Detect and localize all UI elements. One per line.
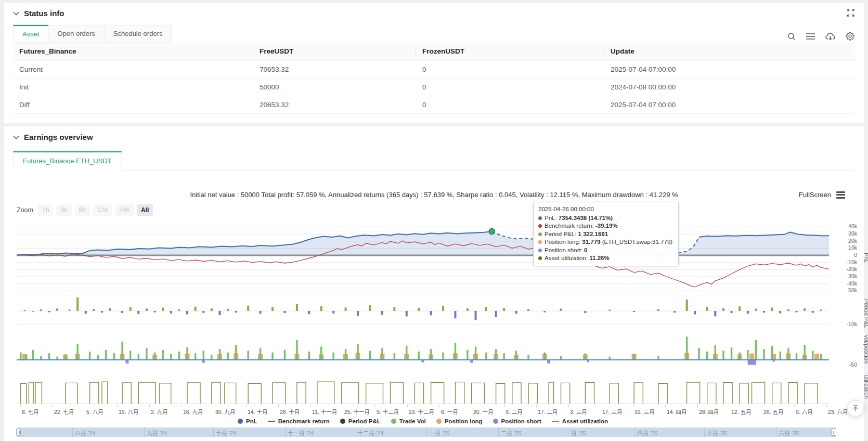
- y-axis-label: -10k: [831, 321, 857, 327]
- y-axis-label: 0: [831, 252, 857, 258]
- x-axis-label: 16. 九月: [183, 408, 203, 416]
- y-axis-label: -20k: [831, 266, 857, 272]
- tooltip-row: PnL: 7354.3438 (14.71%): [538, 214, 673, 223]
- asset-table: Futures_Binance FreeUSDT FrozenUSDT Upda…: [13, 43, 855, 114]
- x-axis-label: 20. 一月: [473, 408, 494, 416]
- panel-period-pnl: [17, 297, 829, 331]
- fullscreen-expand-icon[interactable]: [847, 9, 854, 19]
- init-update: 2024-07-08 00:00:00: [604, 78, 855, 96]
- navigator-label: 一月 '25: [429, 429, 449, 437]
- panel-utilization: [17, 369, 829, 407]
- current-update: 2025-07-04 07:00:00: [604, 60, 855, 78]
- x-axis-label: 25. 十一月: [344, 408, 370, 416]
- chart-legend: PnLBenchmark returnPeriod P&LTrade VolPo…: [17, 418, 829, 424]
- col-futures-binance: Futures_Binance: [13, 43, 253, 60]
- chart-context-menu-icon[interactable]: [836, 191, 845, 199]
- y-axis-label: 30k: [831, 230, 857, 237]
- x-axis-label: 3. 三月: [570, 408, 587, 416]
- zoom-controls: Zoom 1h3h8h12h24hAll: [17, 204, 156, 216]
- back-to-top-button[interactable]: [847, 400, 864, 417]
- tooltip-timestamp: 2025-04-26 00:00:00: [538, 205, 673, 214]
- y-axis-label: -30k: [831, 273, 857, 279]
- chart-stats-line: Initial net value : 50000 Total profit: …: [4, 191, 864, 199]
- legend-item-trade-vol[interactable]: Trade Vol: [391, 418, 426, 424]
- zoom-option-8h[interactable]: 8h: [75, 204, 90, 216]
- table-header-row: Futures_Binance FreeUSDT FrozenUSDT Upda…: [13, 43, 855, 60]
- x-axis-label: 11. 十一月: [312, 408, 337, 416]
- x-axis-label: 17. 二月: [538, 408, 558, 416]
- navigator-label: 五月 '25: [707, 429, 727, 437]
- x-axis-label: 5. 八月: [86, 408, 103, 416]
- tooltip-row: Position short: 0: [538, 247, 673, 255]
- tooltip-row: Asset utilization: 11.26%: [538, 254, 673, 263]
- x-axis-label: 3. 二月: [506, 408, 523, 416]
- settings-gear-icon[interactable]: [846, 32, 854, 41]
- diff-frozen: 0: [416, 96, 604, 113]
- axis-title-vol-position: vol/position: [863, 335, 868, 364]
- col-frozen-usdt: FrozenUSDT: [416, 43, 604, 60]
- earnings-overview-title: Earnings overview: [24, 133, 93, 141]
- legend-item-pnl[interactable]: PnL: [238, 418, 257, 424]
- x-axis-label: 19. 八月: [119, 408, 139, 416]
- y-axis-label: 40k: [831, 223, 857, 229]
- zoom-label: Zoom: [17, 206, 33, 214]
- tab-schedule-orders[interactable]: Schedule orders: [104, 25, 172, 43]
- legend-item-position-long[interactable]: Position long: [436, 418, 483, 424]
- panel-vol-position: [17, 333, 829, 367]
- x-axis-label: 14. 十月: [248, 408, 268, 416]
- col-free-usdt: FreeUSDT: [253, 43, 416, 60]
- tooltip-row: Position long: 31.779 (ETH_USDT.swap:31.…: [538, 238, 673, 247]
- chart-navigator[interactable]: 八月 '24九月 '24十月 '24十一月 '24十二月 '24一月 '25二月…: [17, 427, 836, 437]
- navigator-label: 十月 '24: [216, 429, 236, 437]
- fullscreen-button[interactable]: FullScreen: [799, 191, 831, 199]
- x-axis-label: 23. 六月: [828, 408, 848, 416]
- table-row-init: Init 50000 0 2024-07-08 00:00:00: [13, 78, 855, 96]
- legend-item-benchmark-return[interactable]: Benchmark return: [268, 418, 330, 424]
- zoom-option-24h[interactable]: 24h: [115, 204, 134, 216]
- navigator-label: 十一月 '24: [288, 429, 314, 437]
- tooltip-row: Benchmark return: -39.19%: [538, 222, 673, 230]
- legend-item-position-short[interactable]: Position short: [493, 418, 541, 424]
- navigator-label: 二月 '25: [501, 429, 521, 437]
- current-frozen: 0: [416, 60, 604, 78]
- zoom-option-3h[interactable]: 3h: [56, 204, 71, 216]
- navigator-label: 三月 '25: [565, 429, 586, 437]
- row-label-current[interactable]: Current: [13, 60, 253, 78]
- navigator-handle-left[interactable]: [16, 429, 21, 436]
- x-axis-label: 9. 十二月: [377, 408, 399, 416]
- zoom-option-all[interactable]: All: [137, 204, 153, 216]
- y-axis-label: 20k: [831, 238, 857, 244]
- tab-futures-binance-eth-usdt[interactable]: Futures_Binance.ETH_USDT: [13, 151, 122, 171]
- zoom-option-1h[interactable]: 1h: [38, 204, 53, 216]
- chevron-down-icon[interactable]: [13, 11, 19, 16]
- x-axis-label: 22. 七月: [54, 408, 74, 416]
- tab-asset[interactable]: Asset: [13, 25, 49, 43]
- y-axis-label: 10k: [831, 244, 857, 251]
- axis-title-pnl: PnL: [863, 253, 868, 263]
- earnings-overview-card: Earnings overview Futures_Binance.ETH_US…: [4, 126, 864, 441]
- chart-tooltip: 2025-04-26 00:00:00 PnL: 7354.3438 (14.7…: [533, 202, 679, 266]
- navigator-label: 六月 '25: [779, 429, 799, 437]
- zoom-option-12h[interactable]: 12h: [93, 204, 112, 216]
- axis-title-period-p-l: Period P&L: [863, 299, 868, 328]
- tab-open-orders[interactable]: Open orders: [48, 25, 105, 43]
- legend-item-period-p-l[interactable]: Period P&L: [340, 418, 381, 424]
- axis-title-utilization: utilization: [863, 375, 868, 399]
- init-frozen: 0: [416, 78, 604, 96]
- x-axis-label: 23. 十二月: [409, 408, 434, 416]
- diff-update: 2025-07-04 07:00:00: [604, 96, 855, 113]
- x-axis-label: 28. 四月: [699, 408, 719, 416]
- cloud-download-icon[interactable]: [825, 32, 835, 41]
- navigator-label: 四月 '25: [637, 429, 657, 437]
- row-label-init: Init: [13, 78, 253, 96]
- menu-icon[interactable]: [806, 33, 815, 40]
- x-axis-label: 31. 三月: [634, 408, 655, 416]
- chevron-down-icon[interactable]: [13, 135, 19, 139]
- table-row-diff: Diff 20653.32 0 2025-07-04 07:00:00: [13, 96, 855, 113]
- x-axis-label: 28. 十月: [280, 408, 300, 416]
- search-icon[interactable]: [787, 32, 796, 41]
- legend-item-asset-utilization[interactable]: Asset utilization: [552, 418, 608, 424]
- navigator-handle-right[interactable]: [832, 429, 836, 436]
- status-info-title: Status info: [24, 9, 64, 18]
- col-update: Update: [604, 43, 855, 60]
